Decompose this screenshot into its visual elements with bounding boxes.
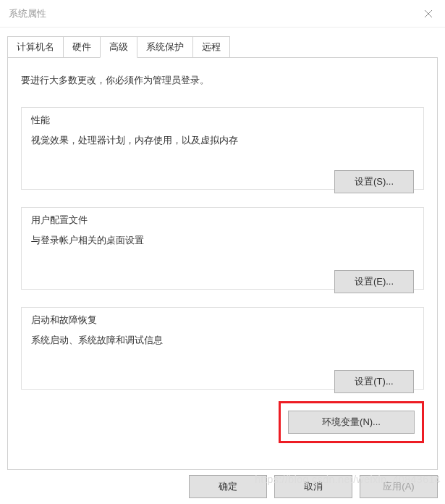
env-var-highlight: 环境变量(N)... — [279, 401, 424, 443]
startup-desc: 系统启动、系统故障和调试信息 — [31, 334, 414, 347]
group-label-performance: 性能 — [28, 114, 53, 127]
tab-advanced[interactable]: 高级 — [100, 36, 137, 58]
tab-strip: 计算机名 硬件 高级 系统保护 远程 — [7, 36, 438, 58]
tab-hardware[interactable]: 硬件 — [63, 36, 101, 58]
group-performance: 性能 视觉效果，处理器计划，内存使用，以及虚拟内存 设置(S)... — [21, 101, 424, 190]
group-label-user-profiles: 用户配置文件 — [28, 214, 90, 227]
group-label-startup: 启动和故障恢复 — [28, 314, 100, 327]
apply-button[interactable]: 应用(A) — [360, 475, 438, 498]
user-profiles-settings-button[interactable]: 设置(E)... — [334, 270, 414, 293]
performance-desc: 视觉效果，处理器计划，内存使用，以及虚拟内存 — [31, 134, 414, 147]
tab-system-protection[interactable]: 系统保护 — [137, 36, 193, 58]
admin-notice: 要进行大多数更改，你必须作为管理员登录。 — [21, 74, 424, 87]
dialog-buttons: 确定 取消 应用(A) — [189, 475, 438, 498]
performance-settings-button[interactable]: 设置(S)... — [334, 170, 414, 193]
window-title: 系统属性 — [9, 7, 46, 20]
tab-computer-name[interactable]: 计算机名 — [7, 36, 64, 58]
dialog-content: 计算机名 硬件 高级 系统保护 远程 要进行大多数更改，你必须作为管理员登录。 … — [0, 28, 445, 470]
tab-remote[interactable]: 远程 — [192, 36, 230, 58]
user-profiles-desc: 与登录帐户相关的桌面设置 — [31, 234, 414, 247]
environment-variables-button[interactable]: 环境变量(N)... — [288, 411, 415, 434]
titlebar: 系统属性 — [0, 0, 445, 28]
cancel-button[interactable]: 取消 — [274, 475, 352, 498]
group-user-profiles: 用户配置文件 与登录帐户相关的桌面设置 设置(E)... — [21, 201, 424, 290]
startup-settings-button[interactable]: 设置(T)... — [334, 370, 414, 393]
tab-panel-advanced: 要进行大多数更改，你必须作为管理员登录。 性能 视觉效果，处理器计划，内存使用，… — [7, 57, 438, 470]
ok-button[interactable]: 确定 — [189, 475, 267, 498]
close-icon — [424, 9, 433, 18]
group-startup-recovery: 启动和故障恢复 系统启动、系统故障和调试信息 设置(T)... — [21, 301, 424, 390]
close-button[interactable] — [412, 0, 445, 28]
env-var-row: 环境变量(N)... — [21, 401, 424, 443]
